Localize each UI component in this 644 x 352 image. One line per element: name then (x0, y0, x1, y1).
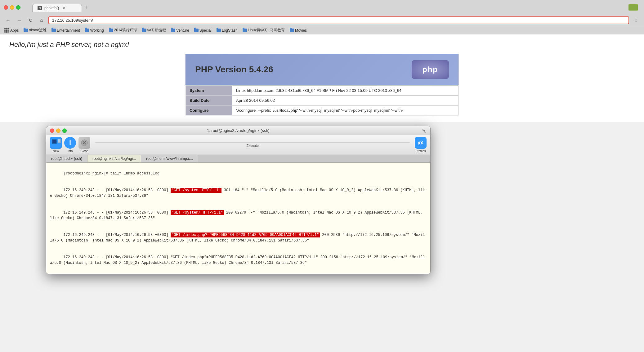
terminal-line-1: [root@nginx2 nginx]# tailf lnmmp.access.… (50, 165, 427, 182)
bookmark-movies[interactable]: Movies (288, 28, 309, 33)
php-logo-text: php (423, 65, 438, 74)
bookmark-okooo[interactable]: okooo运维 (22, 27, 48, 34)
bookmark-linux[interactable]: Linux再学习_马哥教育 (241, 27, 287, 34)
info-table: System Linux httpd.lamp.com 2.6.32-431.e… (186, 85, 458, 115)
bookmarks-bar: Apps okooo运维 Entertainment Working 2014骑… (0, 26, 644, 34)
traffic-lights (4, 5, 20, 10)
bookmark-okooo-label: okooo运维 (29, 28, 47, 33)
execute-label: Execute (93, 144, 412, 147)
minimize-button[interactable] (10, 5, 14, 10)
terminal-window: 1. root@nginx2:/var/log/nginx (ssh) New (46, 126, 431, 274)
folder-icon (142, 29, 146, 32)
close-tool-button[interactable]: Close (78, 137, 90, 153)
new-tab-button[interactable]: + (82, 2, 91, 12)
bookmark-venture[interactable]: Venture (169, 28, 191, 33)
terminal-traffic-lights (50, 129, 67, 133)
bookmark-linux-label: Linux再学习_马哥教育 (248, 28, 285, 33)
terminal-text-pre2: 172.16.249.243 - - [01/May/2014:16:26:58… (63, 210, 171, 215)
bookmark-logstash-label: LogStash (222, 28, 238, 33)
table-label: Configure (186, 106, 232, 115)
url-text: 172.16.25.109/system/ (52, 18, 93, 23)
terminal-tab-httpd[interactable]: root@httpd:~ (ssh) (46, 155, 87, 162)
new-label: New (53, 149, 59, 153)
bookmark-learning-label: 学习新编程 (147, 28, 166, 33)
terminal-expand-button[interactable] (422, 129, 427, 133)
new-button[interactable]: New (50, 137, 62, 153)
bookmark-entertainment-label: Entertainment (57, 28, 80, 33)
terminal-line-4: 172.16.249.243 - - [01/May/2014:16:26:58… (50, 227, 427, 249)
terminal-maximize-button[interactable] (62, 129, 67, 133)
svg-rect-1 (425, 131, 426, 132)
address-bar[interactable]: 172.16.25.109/system/ (48, 16, 629, 24)
terminal-tab-mem[interactable]: root@mem:/www/lnmmp.c... (141, 155, 198, 162)
info-icon: i (64, 137, 76, 149)
browser-window: ⚙ phpinfo() ✕ + ← → ↻ ⌂ 172.16.25.109/sy… (0, 0, 644, 34)
terminal-tab-nginx2[interactable]: root@nginx2:/var/log/ngi... (87, 155, 141, 162)
folder-icon (290, 29, 294, 32)
execute-input[interactable] (95, 142, 410, 143)
folder-icon (109, 29, 113, 32)
info-button[interactable]: i Info (64, 137, 76, 153)
back-button[interactable]: ← (4, 16, 12, 25)
terminal-minimize-button[interactable] (56, 129, 60, 133)
reload-button[interactable]: ↻ (26, 16, 35, 25)
maximize-button[interactable] (16, 5, 20, 10)
svg-rect-7 (58, 139, 60, 142)
bookmark-button[interactable]: ☆ (632, 16, 640, 25)
folder-icon (243, 29, 247, 32)
terminal-text: [root@nginx2 nginx]# tailf lnmmp.access.… (63, 171, 159, 176)
table-value: Apr 28 2014 09:56:02 (232, 96, 458, 106)
bookmark-movies-label: Movies (295, 28, 307, 33)
php-info-container: PHP Version 5.4.26 php System Linux http… (186, 54, 458, 115)
active-tab[interactable]: ⚙ phpinfo() ✕ (32, 4, 82, 12)
table-row: Build Date Apr 28 2014 09:56:02 (186, 96, 458, 106)
address-bar-row: ← → ↻ ⌂ 172.16.25.109/system/ ☆ (0, 15, 644, 26)
highlighted-text-2: "GET /system/ HTTP/1.1" (171, 210, 224, 215)
bookmark-2014-label: 2014骑行环球 (114, 28, 137, 33)
tab-close-button[interactable]: ✕ (61, 6, 66, 10)
profiles-button[interactable]: @ Profiles (415, 137, 427, 153)
terminal-toolbar: New i Info Close Execute @ (46, 135, 430, 155)
svg-rect-0 (423, 129, 424, 130)
profiles-label: Profiles (415, 149, 426, 153)
bookmark-apps-label: Apps (10, 28, 19, 33)
svg-rect-5 (52, 140, 56, 143)
title-bar: ⚙ phpinfo() ✕ + (0, 0, 644, 15)
decorative-element (628, 4, 638, 11)
table-value: './configure' '--prefix=/usr/local/php' … (232, 106, 458, 115)
new-icon (50, 137, 62, 149)
terminal-close-button[interactable] (50, 129, 54, 133)
bookmark-venture-label: Venture (176, 28, 189, 33)
forward-button[interactable]: → (15, 16, 24, 25)
bookmark-working-label: Working (90, 28, 104, 33)
terminal-text-pre: 172.16.249.243 - - [01/May/2014:16:26:58… (63, 188, 171, 192)
terminal-tabs: root@httpd:~ (ssh) root@nginx2:/var/log/… (46, 155, 430, 163)
table-row: Configure './configure' '--prefix=/usr/l… (186, 106, 458, 115)
terminal-line-2: 172.16.249.243 - - [01/May/2014:16:26:58… (50, 182, 427, 204)
folder-icon (24, 29, 28, 32)
folder-icon (194, 29, 199, 32)
terminal-line-3: 172.16.249.243 - - [01/May/2014:16:26:58… (50, 204, 427, 227)
bookmark-2014[interactable]: 2014骑行环球 (107, 27, 139, 34)
bookmark-apps[interactable]: Apps (2, 27, 20, 34)
php-version-title: PHP Version 5.4.26 (195, 65, 273, 74)
bookmark-logstash[interactable]: LogStash (215, 28, 239, 33)
info-label: Info (68, 149, 73, 153)
tab-title: phpinfo() (44, 6, 59, 10)
bookmark-entertainment[interactable]: Entertainment (50, 28, 82, 33)
bookmark-learning[interactable]: 学习新编程 (140, 27, 168, 34)
close-button[interactable] (4, 5, 8, 10)
bookmark-special-label: Special (199, 28, 212, 33)
bookmark-special[interactable]: Special (192, 28, 213, 33)
terminal-title-bar: 1. root@nginx2:/var/log/nginx (ssh) (46, 126, 430, 135)
close-label: Close (80, 149, 88, 153)
folder-icon (85, 29, 89, 32)
home-button[interactable]: ⌂ (37, 16, 46, 25)
terminal-title-text: 1. root@nginx2:/var/log/nginx (ssh) (207, 128, 270, 133)
highlighted-text-3: "GET /index.php?=PHPE9568F34-D428-11d2-A… (171, 232, 320, 237)
folder-icon (171, 29, 175, 32)
terminal-text-5: 172.16.249.243 - - [01/May/2014:16:26:58… (50, 255, 425, 265)
bookmark-working[interactable]: Working (83, 28, 106, 33)
php-logo: php (412, 60, 449, 79)
profiles-icon: @ (415, 137, 427, 149)
